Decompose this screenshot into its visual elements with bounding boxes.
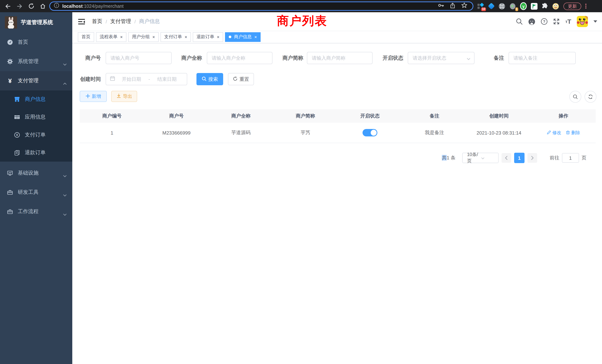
prev-page-button[interactable] [502,153,511,163]
next-page-button[interactable] [527,153,537,163]
cell-merchant-id: 1 [80,130,144,136]
sidebar-item-merchant-info[interactable]: 商户信息 [0,90,72,108]
chevron-up-icon [63,80,67,86]
breadcrumb-payment[interactable]: 支付管理 [110,18,131,25]
rabbit-logo-icon [5,16,17,29]
tags-view-bar: 首页 流程表单× 用户分组× 支付订单× 退款订单× 商户信息× [72,31,602,43]
main-content: 首页 / 支付管理 / 商户信息 ? тT 商户列表 首页 流程表单× 用户分组… [72,12,602,364]
extension-kite-icon[interactable] [488,3,494,10]
sidebar-item-workflow[interactable]: 工作流程 [0,202,72,221]
col-header: 操作 [531,113,596,119]
close-icon[interactable]: × [185,35,187,39]
toolbox-icon [7,189,13,195]
extension-recorder-icon[interactable]: 1 [509,3,516,10]
password-key-icon[interactable] [438,2,444,10]
fullscreen-icon[interactable] [553,18,560,25]
user-avatar[interactable] [577,16,588,27]
search-button[interactable]: 搜索 [196,73,223,85]
sidebar-item-payment[interactable]: ¥ 支付管理 [0,71,72,90]
sidebar-item-app-info[interactable]: 应用信息 [0,108,72,126]
extension-flag-icon[interactable] [531,3,538,10]
col-header: 商户简称 [273,113,338,119]
browser-menu-icon[interactable] [585,3,587,9]
bookmark-star-icon[interactable] [461,2,467,10]
close-icon[interactable]: × [254,35,257,39]
app-title: 芋道管理系统 [21,19,53,26]
page-number-button[interactable]: 1 [514,153,525,163]
cell-merchant-short: 芋艿 [273,129,338,136]
trash-icon [566,130,570,136]
breadcrumb-home[interactable]: 首页 [92,18,102,25]
extensions-puzzle-icon[interactable] [542,3,548,10]
close-icon[interactable]: × [152,35,155,39]
status-label: 开启状态 [379,52,403,64]
date-end-placeholder: 结束日期 [151,76,183,83]
merchant-no-input[interactable] [106,52,172,64]
browser-update-button[interactable]: 更新 [563,2,581,10]
merchant-short-input[interactable] [307,52,373,64]
home-icon[interactable] [40,3,46,9]
sidebar-collapse-icon[interactable] [78,18,86,25]
status-toggle[interactable] [363,129,377,136]
edit-link[interactable]: 修改 [547,129,561,136]
export-button[interactable]: 导出 [111,91,137,102]
extension-y-icon[interactable]: y [520,3,527,10]
delete-link[interactable]: 删除 [566,129,580,136]
tab-merchant-info[interactable]: 商户信息× [225,32,261,42]
yen-circle-icon: ¥ [14,132,20,138]
col-header: 开启状态 [338,113,402,119]
create-time-label: 创建时间 [80,73,101,85]
close-icon[interactable]: × [217,35,219,39]
app-logo[interactable]: 芋道管理系统 [0,12,72,33]
sidebar-item-infrastructure[interactable]: 基础设施 [0,163,72,183]
header-search-icon[interactable] [516,18,523,25]
reload-icon[interactable] [28,3,34,9]
col-header: 商户号 [144,113,209,119]
back-icon[interactable] [4,3,11,9]
tab-pay-order[interactable]: 支付订单× [161,32,191,42]
table-row: 1 M233666999 芋道源码 芋艿 我是备注 2021-10-23 08:… [80,123,596,143]
extension-grid-icon[interactable]: 10 [477,3,484,10]
table-search-toggle-button[interactable] [569,91,581,103]
date-range-picker[interactable]: 开始日期 - 结束日期 [106,73,187,85]
reset-button[interactable]: 重置 [228,73,254,85]
merchant-name-input[interactable] [207,52,272,64]
remark-input[interactable] [509,52,576,64]
extension-command-icon[interactable] [499,3,505,10]
page-size-select[interactable]: 10条/页 [462,153,499,163]
add-button[interactable]: 新增 [80,91,107,102]
sidebar-item-system[interactable]: 系统管理 [0,52,72,71]
breadcrumb-separator: / [106,19,107,24]
share-icon[interactable] [450,2,456,10]
github-icon[interactable] [528,18,535,25]
document-icon [14,150,20,156]
sidebar-item-dev-tools[interactable]: 研发工具 [0,183,72,202]
status-select[interactable]: 请选择开启状态 [408,52,474,64]
tab-process-form[interactable]: 流程表单× [96,32,126,42]
goto-suffix-label: 页 [582,155,586,161]
forward-icon[interactable] [16,3,23,9]
font-size-icon[interactable]: тT [565,18,571,25]
sidebar-item-refund-order[interactable]: 退款订单 [0,144,72,162]
cell-create-time: 2021-10-23 08:31:14 [467,130,531,136]
screen: localhost:1024/pay/merchant 10 1 y 更新 [0,0,602,364]
tab-user-group[interactable]: 用户分组× [128,32,159,42]
sidebar-item-pay-order[interactable]: ¥ 支付订单 [0,126,72,144]
close-icon[interactable]: × [120,35,123,39]
help-icon[interactable]: ? [541,18,548,25]
site-info-icon[interactable] [54,3,59,10]
plus-icon [86,94,90,99]
avatar-dropdown-caret[interactable] [593,20,597,23]
table-refresh-button[interactable] [585,91,596,103]
tab-refund-order[interactable]: 退款订单× [193,32,223,42]
sidebar-item-home[interactable]: 首页 [0,33,72,52]
merchant-short-label: 商户简称 [279,52,303,64]
address-bar[interactable]: localhost:1024/pay/merchant [49,1,473,11]
svg-text:?: ? [543,20,545,23]
profile-emoji-icon[interactable] [552,3,559,10]
tab-home[interactable]: 首页 [78,32,94,42]
cell-merchant-name: 芋道源码 [209,129,273,136]
annotation-title: 商户列表 [277,14,327,27]
chevron-down-icon [481,155,495,161]
goto-page-input[interactable] [562,153,579,163]
